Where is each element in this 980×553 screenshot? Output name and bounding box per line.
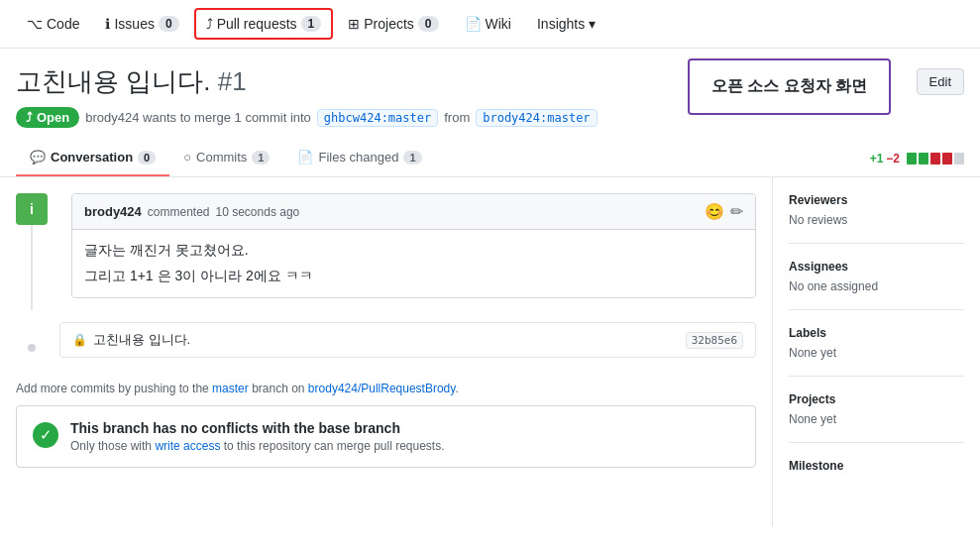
commits-badge: 1 [252,151,270,165]
diff-block-3 [930,153,940,165]
commit-hash: 32b85e6 [686,332,743,349]
comment-line-1: 글자는 깨진거 못고쳤어요. [84,242,743,260]
nav-code[interactable]: ⌥ Code [16,9,90,39]
edit-comment-icon[interactable]: ✏ [730,202,743,221]
pr-title: 고친내용 입니다. #1 [16,64,247,99]
tab-conversation[interactable]: 💬 Conversation 0 [16,140,169,176]
page-header: 고친내용 입니다. #1 Edit 오픈 소스 요청자 화면 ⤴ Open br… [0,49,980,128]
info-text-before: Add more commits by pushing to the [16,382,209,395]
comment-header: brody424 commented 10 seconds ago 😊 ✏ [72,194,755,230]
nav-wiki-label: Wiki [486,16,511,32]
content-area: i brody424 commented 10 seconds ago 😊 ✏ [0,177,772,526]
assignees-title: Assignees [789,260,964,274]
conversation-badge: 0 [138,151,156,165]
commit-line: 🔒 고친내용 입니다. 32b85e6 [59,322,756,358]
info-line: Add more commits by pushing to the maste… [16,382,756,395]
master-branch-link[interactable]: master [212,382,249,395]
nav-projects-label: Projects [364,16,414,32]
merge-title: This branch has no conflicts with the ba… [70,420,445,436]
timeline-line [31,225,33,310]
nav-wiki[interactable]: 📄 Wiki [454,9,522,39]
labels-title: Labels [789,326,964,340]
repo-link[interactable]: brody424/PullRequestBrody [308,382,456,395]
sidebar-projects: Projects None yet [789,392,964,443]
tab-files-changed[interactable]: 📄 Files changed 1 [283,140,435,176]
comment-block: brody424 commented 10 seconds ago 😊 ✏ 글자… [71,193,756,298]
commits-icon: ○ [183,150,191,165]
pullrequests-badge: 1 [301,16,322,32]
avatar-column: i [16,193,48,310]
merge-text: This branch has no conflicts with the ba… [70,420,445,453]
diff-block-2 [919,153,928,165]
comment-time: 10 seconds ago [216,205,300,219]
nav-code-label: Code [47,16,79,32]
issues-badge: 0 [159,16,179,32]
pr-head-branch: brody424:master [476,109,597,127]
pullrequest-icon: ⤴ [206,16,213,32]
diff-block-4 [942,153,952,165]
nav-pullrequests-label: Pull requests [217,16,297,32]
diff-block-5 [954,153,964,165]
sidebar-milestone: Milestone [789,459,964,495]
sidebar-labels: Labels None yet [789,326,964,377]
tab-bar: 💬 Conversation 0 ○ Commits 1 📄 Files cha… [0,140,980,177]
merge-check-icon: ✓ [33,422,58,448]
merge-box: ✓ This branch has no conflicts with the … [16,405,756,468]
issues-icon: ℹ [105,16,110,32]
projects-icon: ⊞ [348,16,360,32]
assignees-value: No one assigned [789,279,964,293]
diff-stat: +1 −2 [870,152,964,166]
sidebar-assignees: Assignees No one assigned [789,260,964,310]
files-icon: 📄 [297,150,313,165]
projects-value: None yet [789,412,964,426]
comment-line-2: 그리고 1+1 은 3이 아니라 2에요 ㅋㅋ [84,268,743,285]
labels-value: None yet [789,346,964,360]
nav-pullrequests[interactable]: ⤴ Pull requests 1 [194,8,334,40]
write-access-link[interactable]: write access [155,439,220,453]
sidebar-reviewers: Reviewers No reviews [789,193,964,244]
lock-icon: 🔒 [72,333,87,347]
edit-button[interactable]: Edit [917,68,964,95]
diff-block-1 [907,153,917,165]
pr-status-badge: ⤴ Open [16,107,79,128]
conversation-icon: 💬 [30,150,46,165]
main-content: i brody424 commented 10 seconds ago 😊 ✏ [0,177,980,526]
milestone-title: Milestone [789,459,964,473]
annotation-box: 오픈 소스 요청자 화면 [688,58,891,115]
comment-body: 글자는 깨진거 못고쳤어요. 그리고 1+1 은 3이 아니라 2에요 ㅋㅋ [72,230,755,297]
reviewers-title: Reviewers [789,193,964,207]
comment-action: commented [148,205,210,219]
nav-insights[interactable]: Insights ▾ [526,9,606,39]
nav-insights-label: Insights ▾ [537,16,596,32]
comment-author: brody424 [84,204,142,219]
commit-message: 고친내용 입니다. [93,331,686,349]
wiki-icon: 📄 [465,16,482,32]
nav-issues-label: Issues [114,16,154,32]
merge-subtitle: Only those with write access to this rep… [70,439,445,453]
pr-number: #1 [218,66,247,96]
files-badge: 1 [403,151,421,165]
code-icon: ⌥ [27,16,43,32]
tab-commits[interactable]: ○ Commits 1 [169,140,283,176]
pr-base-branch: ghbcw424:master [317,109,438,127]
user-avatar: i [16,193,48,225]
sidebar: Reviewers No reviews Assignees No one as… [772,177,980,526]
pr-meta-text: brody424 wants to merge 1 commit into [85,110,311,125]
emoji-icon[interactable]: 😊 [705,202,724,221]
nav-issues[interactable]: ℹ Issues 0 [94,9,189,39]
nav-projects[interactable]: ⊞ Projects 0 [337,9,449,39]
info-text-mid: branch on [252,382,304,395]
top-navigation: ⌥ Code ℹ Issues 0 ⤴ Pull requests 1 ⊞ Pr… [0,0,980,49]
projects-title: Projects [789,392,964,406]
open-icon: ⤴ [26,110,33,125]
reviewers-value: No reviews [789,213,964,227]
projects-badge: 0 [418,16,439,32]
comment-action-buttons: 😊 ✏ [705,202,743,221]
